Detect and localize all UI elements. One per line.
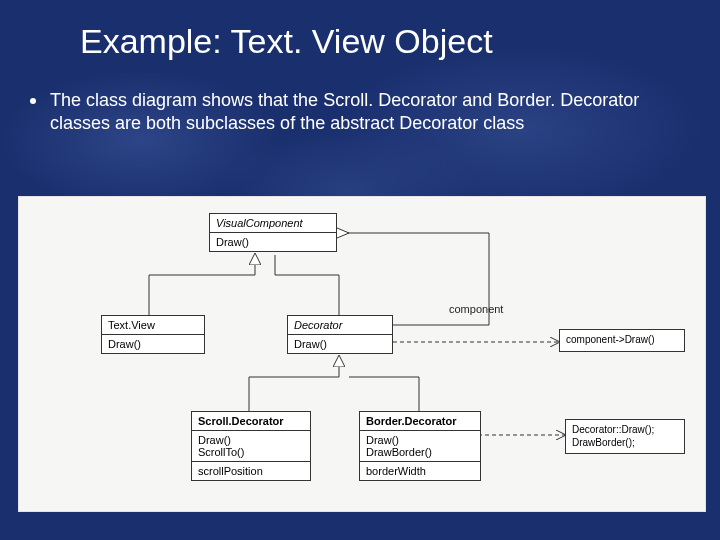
page-title: Example: Text. View Object	[0, 0, 720, 61]
class-method: Draw()	[288, 335, 392, 353]
class-borderdecorator: Border.Decorator Draw() DrawBorder() bor…	[359, 411, 481, 481]
class-scrolldecorator: Scroll.Decorator Draw() ScrollTo() scrol…	[191, 411, 311, 481]
class-method: Draw()	[210, 233, 336, 251]
bullet-item: The class diagram shows that the Scroll.…	[0, 61, 720, 134]
note-border-draw: Decorator::Draw(); DrawBorder();	[565, 419, 685, 454]
bullet-text: The class diagram shows that the Scroll.…	[50, 89, 680, 134]
class-attrs: borderWidth	[360, 462, 480, 480]
class-name: Decorator	[288, 316, 392, 335]
class-method: Draw()	[102, 335, 204, 353]
class-textview: Text.View Draw()	[101, 315, 205, 354]
association-label: component	[449, 303, 503, 315]
class-name: Scroll.Decorator	[192, 412, 310, 431]
bullet-dot-icon	[30, 98, 36, 104]
class-methods: Draw() ScrollTo()	[192, 431, 310, 462]
class-attrs: scrollPosition	[192, 462, 310, 480]
class-name: Text.View	[102, 316, 204, 335]
class-name: VisualComponent	[210, 214, 336, 233]
class-decorator: Decorator Draw()	[287, 315, 393, 354]
class-methods: Draw() DrawBorder()	[360, 431, 480, 462]
note-decorator-draw: component->Draw()	[559, 329, 685, 352]
class-visualcomponent: VisualComponent Draw()	[209, 213, 337, 252]
uml-diagram: VisualComponent Draw() Text.View Draw() …	[18, 196, 706, 512]
class-name: Border.Decorator	[360, 412, 480, 431]
